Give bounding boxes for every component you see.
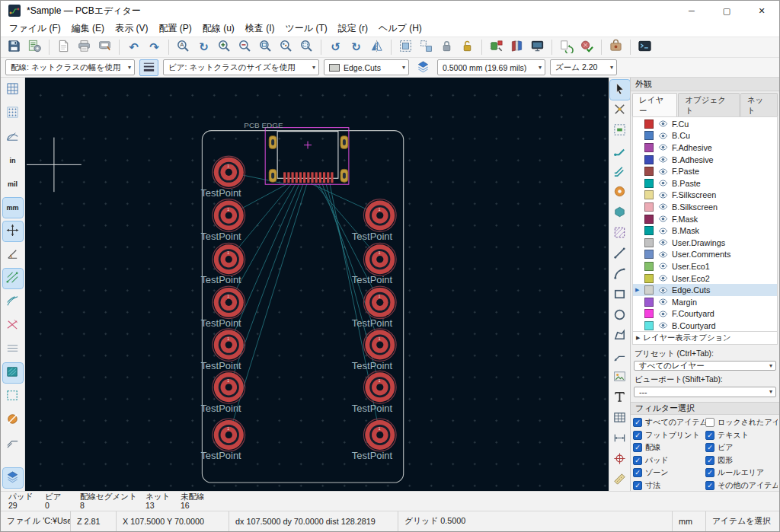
layer-visibility-eye-icon[interactable] <box>657 202 668 212</box>
redo-button[interactable]: ↷ <box>144 37 165 57</box>
layer-visibility-eye-icon[interactable] <box>657 249 668 260</box>
testpoint-pad[interactable]: 1 <box>213 199 245 232</box>
footprint-editor-button[interactable] <box>486 37 507 57</box>
layer-visibility-eye-icon[interactable] <box>657 155 668 165</box>
layer-color-swatch[interactable] <box>644 298 654 307</box>
layer-visibility-eye-icon[interactable] <box>657 166 668 177</box>
rule-area-tool-button[interactable] <box>610 224 630 244</box>
menu-file[interactable]: ファイル (F) <box>4 21 66 37</box>
crosshair-cursor-button[interactable] <box>3 221 23 241</box>
track-width-menu-button[interactable] <box>139 59 158 76</box>
close-button[interactable]: ✕ <box>744 1 779 21</box>
filter-item[interactable]: ✓寸法 <box>633 479 705 491</box>
angle-mode-button[interactable] <box>3 245 23 265</box>
minimize-button[interactable]: ─ <box>674 1 709 21</box>
flip-board-view-button[interactable] <box>366 37 387 57</box>
testpoint-pad[interactable]: 1 <box>363 199 396 232</box>
connector-footprint[interactable] <box>265 128 349 185</box>
layer-row-f-cu[interactable]: F.Cu <box>633 118 777 130</box>
dimension-tool-button[interactable] <box>610 429 630 449</box>
layer-row-b-mask[interactable]: B.Mask <box>633 225 777 237</box>
save-button[interactable] <box>4 37 24 57</box>
drc-check-button[interactable] <box>577 37 597 57</box>
testpoint-pad[interactable]: 1 <box>363 371 396 403</box>
layer-visibility-eye-icon[interactable] <box>657 142 668 153</box>
units-mils-button[interactable]: mil <box>3 174 23 194</box>
units-mm-button[interactable]: mm <box>3 198 23 218</box>
filter-checkbox[interactable]: ✓ <box>633 418 642 427</box>
layer-row-b-paste[interactable]: B.Paste <box>633 177 777 190</box>
filter-item[interactable]: ✓パッド <box>633 454 705 466</box>
track-width-select[interactable]: 配線: ネットクラスの幅を使用 ▾ <box>5 59 135 75</box>
undo-button[interactable]: ↶ <box>123 37 144 57</box>
layer-color-swatch[interactable] <box>644 274 654 283</box>
filter-checkbox[interactable] <box>705 418 714 427</box>
unlock-items-button[interactable] <box>457 37 478 57</box>
layer-display-options[interactable]: ▶ レイヤー表示オプション <box>632 332 778 345</box>
layer-row-user-eco2[interactable]: User.Eco2 <box>633 272 777 285</box>
layer-color-swatch[interactable] <box>644 226 654 235</box>
testpoint-pad[interactable]: 1 <box>363 286 396 319</box>
layer-visibility-eye-icon[interactable] <box>657 261 668 272</box>
draw-zone-tool-button[interactable] <box>610 203 630 223</box>
layer-row-b-cu[interactable]: B.Cu <box>633 130 777 142</box>
pcb-canvas[interactable]: PCB EDGE1TestPoint1TestPoint1TestPoint1T… <box>25 78 609 491</box>
route-tracks-tool-button[interactable] <box>610 142 630 161</box>
filter-item[interactable]: ✓ビア <box>705 442 778 454</box>
refresh-view-button[interactable]: ↻ <box>193 37 214 57</box>
measure-tool-button[interactable] <box>610 470 630 490</box>
layer-color-swatch[interactable] <box>644 131 654 140</box>
layer-row-f-paste[interactable]: F.Paste <box>633 165 777 177</box>
maximize-button[interactable]: ▢ <box>709 1 744 21</box>
layer-row-f-courtyard[interactable]: F.Courtyard <box>633 308 777 320</box>
layer-row-f-silkscreen[interactable]: F.Silkscreen <box>633 190 777 202</box>
layer-visibility-eye-icon[interactable] <box>657 285 668 295</box>
layer-row-f-mask[interactable]: F.Mask <box>633 213 777 225</box>
page-settings-button[interactable] <box>53 37 74 57</box>
draw-line-tool-button[interactable] <box>610 244 630 264</box>
layer-visibility-eye-icon[interactable] <box>657 119 668 129</box>
polar-coordinates-button[interactable] <box>3 127 23 147</box>
place-via-tool-button[interactable] <box>610 183 630 202</box>
testpoint-pad[interactable]: 1 <box>213 419 245 451</box>
zoom-selection-button[interactable] <box>296 37 317 57</box>
layer-visibility-eye-icon[interactable] <box>657 130 668 141</box>
menu-tools[interactable]: ツール (T) <box>280 21 332 37</box>
filter-checkbox[interactable]: ✓ <box>633 431 642 440</box>
draw-circle-tool-button[interactable] <box>610 306 630 326</box>
layer-color-swatch[interactable] <box>644 143 654 152</box>
filter-item[interactable]: ✓その他のアイテム <box>705 479 778 491</box>
layer-row-f-adhesive[interactable]: F.Adhesive <box>633 142 777 154</box>
zoom-in-button[interactable] <box>214 37 235 57</box>
ratsnest-visibility-button[interactable] <box>3 316 23 336</box>
layer-row-edge-cuts[interactable]: ▶Edge.Cuts <box>633 284 777 296</box>
zoom-select[interactable]: ズーム 2.20 ▾ <box>550 59 617 75</box>
tab-ネット[interactable]: ネット <box>740 93 778 116</box>
testpoint-pad[interactable]: 1 <box>363 243 396 276</box>
leader-tool-button[interactable] <box>610 347 630 367</box>
filter-checkbox[interactable]: ✓ <box>633 443 642 452</box>
filter-checkbox[interactable]: ✓ <box>705 443 714 452</box>
draw-rect-tool-button[interactable] <box>610 285 630 305</box>
rotate-ccw-button[interactable]: ↺ <box>325 37 346 57</box>
3d-viewer-button[interactable] <box>527 37 548 57</box>
layer-row-b-adhesive[interactable]: B.Adhesive <box>633 154 777 166</box>
ungroup-items-button[interactable] <box>416 37 436 57</box>
filter-checkbox[interactable]: ✓ <box>705 431 714 440</box>
layer-color-swatch[interactable] <box>644 119 654 129</box>
menu-route[interactable]: 配線 (u) <box>197 21 240 37</box>
zoom-objects-button[interactable] <box>276 37 296 57</box>
layer-visibility-eye-icon[interactable] <box>657 237 668 248</box>
route-diff-pair-tool-button[interactable] <box>610 162 630 182</box>
group-items-button[interactable] <box>395 37 416 57</box>
layer-color-swatch[interactable] <box>644 167 654 176</box>
filter-checkbox[interactable]: ✓ <box>705 481 714 490</box>
layer-row-margin[interactable]: Margin <box>633 296 777 308</box>
filter-item[interactable]: ✓ルールエリア <box>705 467 778 479</box>
layer-visibility-eye-icon[interactable] <box>657 225 668 236</box>
show-ratsnest-button[interactable] <box>3 269 23 288</box>
drag-track-tool-button[interactable] <box>610 121 630 141</box>
find-button[interactable]: A <box>173 37 193 57</box>
layer-manager-toggle-button[interactable] <box>3 468 23 488</box>
layer-color-swatch[interactable] <box>644 202 654 212</box>
